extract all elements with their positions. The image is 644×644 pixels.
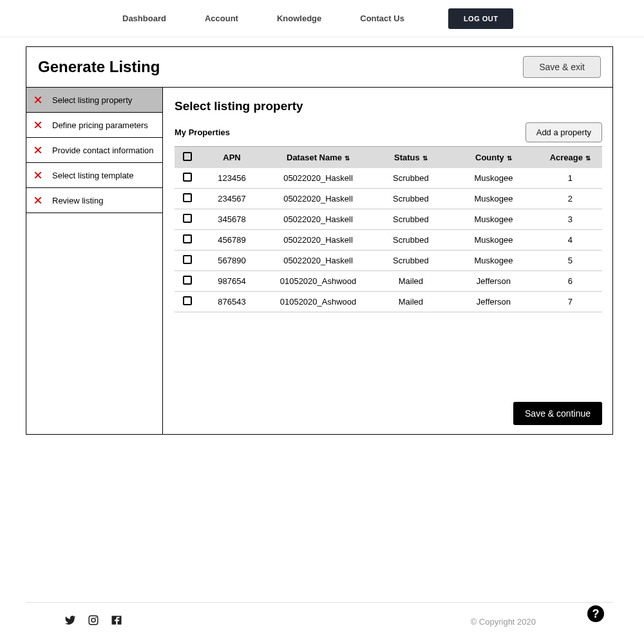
cell-county: Muskogee: [449, 209, 538, 230]
cell-apn: 123456: [200, 168, 264, 189]
row-checkbox[interactable]: [183, 214, 192, 223]
sidebar-step-label: Select listing template: [52, 171, 133, 180]
column-apn[interactable]: APN: [200, 147, 264, 169]
nav-dashboard[interactable]: Dashboard: [122, 14, 166, 23]
cell-apn: 345678: [200, 209, 264, 230]
social-links: [64, 614, 122, 629]
cell-dataset: 05022020_Haskell: [264, 168, 373, 189]
cell-acreage: 6: [538, 271, 602, 292]
cell-apn: 234567: [200, 189, 264, 209]
sidebar-step[interactable]: Define pricing parameters: [26, 113, 162, 138]
page-title: Generate Listing: [38, 58, 160, 76]
twitter-icon[interactable]: [64, 614, 76, 629]
cell-acreage: 1: [538, 168, 602, 189]
table-row: 34567805022020_HaskellScrubbedMuskogee3: [175, 209, 602, 230]
logout-button[interactable]: LOG OUT: [448, 8, 514, 29]
sidebar-step-label: Provide contact information: [52, 146, 154, 155]
cell-apn: 876543: [200, 292, 264, 312]
sort-icon: ⇅: [345, 155, 350, 162]
cell-dataset: 01052020_Ashwood: [264, 271, 373, 292]
column-county[interactable]: County⇅: [449, 147, 538, 169]
cell-status: Mailed: [373, 271, 450, 292]
cell-status: Mailed: [373, 292, 450, 312]
sort-icon: ⇅: [507, 155, 512, 162]
x-icon: [33, 195, 43, 205]
nav-account[interactable]: Account: [205, 14, 238, 23]
cell-dataset: 01052020_Ashwood: [264, 292, 373, 312]
x-icon: [33, 95, 43, 105]
table-row: 23456705022020_HaskellScrubbedMuskogee2: [175, 189, 602, 209]
table-row: 98765401052020_AshwoodMailedJefferson6: [175, 271, 602, 292]
cell-acreage: 2: [538, 189, 602, 209]
sidebar-step[interactable]: Select listing template: [26, 163, 162, 188]
cell-dataset: 05022020_Haskell: [264, 209, 373, 230]
panel-body: Select listing propertyDefine pricing pa…: [26, 88, 612, 434]
cell-apn: 456789: [200, 230, 264, 251]
content-title: Select listing property: [175, 99, 602, 113]
cell-acreage: 4: [538, 230, 602, 251]
table-row: 87654301052020_AshwoodMailedJefferson7: [175, 292, 602, 312]
sidebar-step[interactable]: Provide contact information: [26, 138, 162, 163]
row-checkbox[interactable]: [183, 234, 192, 243]
main-panel: Generate Listing Save & exit Select list…: [26, 46, 613, 435]
row-checkbox[interactable]: [183, 173, 192, 182]
sidebar-step-label: Review listing: [52, 196, 103, 205]
sidebar-step[interactable]: Select listing property: [26, 88, 162, 113]
column-acreage[interactable]: Acreage⇅: [538, 147, 602, 169]
table-header-row: My Properties Add a property: [175, 122, 602, 142]
facebook-icon[interactable]: [111, 614, 122, 629]
sort-icon: ⇅: [422, 155, 428, 162]
row-checkbox[interactable]: [183, 296, 192, 305]
nav-knowledge[interactable]: Knowledge: [277, 14, 321, 23]
save-continue-button[interactable]: Save & continue: [513, 402, 602, 425]
row-checkbox[interactable]: [183, 276, 192, 285]
content-area: Select listing property My Properties Ad…: [163, 88, 612, 434]
cell-status: Scrubbed: [373, 251, 450, 271]
cell-dataset: 05022020_Haskell: [264, 189, 373, 209]
x-icon: [33, 120, 43, 130]
cell-apn: 567890: [200, 251, 264, 271]
cell-county: Muskogee: [449, 189, 538, 209]
top-nav: Dashboard Account Knowledge Contact Us L…: [0, 0, 644, 37]
cell-dataset: 05022020_Haskell: [264, 251, 373, 271]
properties-table: APN Dataset Name⇅ Status⇅ County⇅ Acreag…: [175, 146, 602, 312]
wizard-sidebar: Select listing propertyDefine pricing pa…: [26, 88, 163, 434]
cell-acreage: 7: [538, 292, 602, 312]
row-checkbox[interactable]: [183, 255, 192, 264]
cell-county: Muskogee: [449, 168, 538, 189]
cell-acreage: 3: [538, 209, 602, 230]
add-property-button[interactable]: Add a property: [526, 122, 602, 142]
cell-status: Scrubbed: [373, 189, 450, 209]
cell-acreage: 5: [538, 251, 602, 271]
svg-point-12: [95, 617, 97, 618]
sidebar-step[interactable]: Review listing: [26, 188, 162, 213]
nav-contact-us[interactable]: Contact Us: [360, 14, 404, 23]
x-icon: [33, 145, 43, 155]
sort-icon: ⇅: [585, 155, 591, 162]
table-header: APN Dataset Name⇅ Status⇅ County⇅ Acreag…: [175, 147, 602, 169]
help-button[interactable]: ?: [587, 605, 604, 622]
table-row: 56789005022020_HaskellScrubbedMuskogee5: [175, 251, 602, 271]
column-dataset-name[interactable]: Dataset Name⇅: [264, 147, 373, 169]
instagram-icon[interactable]: [88, 614, 99, 629]
panel-header: Generate Listing Save & exit: [26, 47, 612, 88]
footer: © Copyright 2020: [26, 602, 613, 640]
cell-status: Scrubbed: [373, 168, 450, 189]
cell-county: Muskogee: [449, 251, 538, 271]
sidebar-step-label: Define pricing parameters: [52, 120, 148, 130]
sidebar-step-label: Select listing property: [52, 95, 132, 105]
row-checkbox[interactable]: [183, 193, 192, 202]
cell-county: Muskogee: [449, 230, 538, 251]
cell-status: Scrubbed: [373, 209, 450, 230]
cell-apn: 987654: [200, 271, 264, 292]
cell-dataset: 05022020_Haskell: [264, 230, 373, 251]
select-all-checkbox[interactable]: [183, 152, 192, 161]
save-exit-button[interactable]: Save & exit: [523, 56, 601, 78]
cell-status: Scrubbed: [373, 230, 450, 251]
table-subtitle: My Properties: [175, 128, 230, 137]
table-row: 12345605022020_HaskellScrubbedMuskogee1: [175, 168, 602, 189]
svg-point-11: [91, 618, 95, 622]
copyright-text: © Copyright 2020: [471, 617, 536, 627]
table-row: 45678905022020_HaskellScrubbedMuskogee4: [175, 230, 602, 251]
column-status[interactable]: Status⇅: [373, 147, 450, 169]
